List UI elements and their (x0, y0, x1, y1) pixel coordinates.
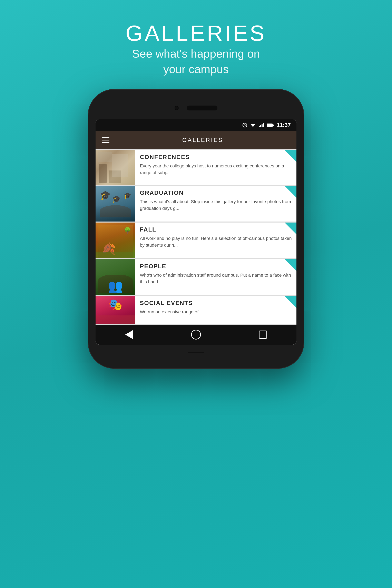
item-title: SOCIAL EVENTS (140, 300, 293, 306)
svg-line-1 (244, 124, 246, 126)
back-icon (125, 330, 133, 339)
recent-icon (259, 330, 267, 339)
item-title: CONFERENCES (140, 154, 293, 160)
item-title: PEOPLE (140, 263, 293, 270)
item-description: Every year the college plays host to num… (140, 162, 293, 176)
page-header: GALLERIES See what's happening on your c… (126, 20, 266, 77)
nav-home-button[interactable] (190, 328, 203, 341)
corner-accent (284, 296, 296, 308)
item-thumbnail: 🎓 🎓 🎓 (96, 186, 135, 222)
hamburger-menu-button[interactable] (102, 138, 110, 143)
svg-rect-9 (273, 124, 274, 126)
gallery-list: CONFERENCES Every year the college plays… (96, 149, 296, 324)
item-thumbnail: 🎭 (96, 296, 135, 324)
hamburger-line-1 (102, 138, 110, 138)
item-content: GRADUATION This is what it's all about! … (135, 186, 296, 222)
no-signal-icon (242, 123, 247, 128)
svg-rect-6 (263, 123, 264, 127)
status-bar: 11:37 (96, 119, 296, 131)
svg-rect-3 (259, 126, 260, 127)
item-content: FALL All work and no play is no fun! Her… (135, 222, 296, 258)
speaker-grille (187, 106, 218, 110)
svg-rect-4 (260, 125, 261, 127)
phone-top-bezel (96, 97, 296, 119)
page-background: GALLERIES See what's happening on your c… (0, 0, 392, 588)
item-description: This is what it's all about! Step inside… (140, 198, 293, 212)
item-description: Who's who of administration staff around… (140, 272, 293, 285)
item-content: PEOPLE Who's who of administration staff… (135, 259, 296, 295)
item-content: SOCIAL EVENTS We run an extensive range … (135, 296, 296, 324)
battery-icon (267, 123, 274, 127)
svg-rect-8 (267, 124, 272, 126)
list-item[interactable]: CONFERENCES Every year the college plays… (96, 150, 296, 185)
hamburger-line-2 (102, 140, 110, 140)
list-item[interactable]: 🍂 🌳 FALL All work and no play is no fun!… (96, 222, 296, 258)
corner-accent (284, 259, 296, 271)
nav-recent-button[interactable] (256, 328, 270, 341)
page-title: GALLERIES (126, 20, 266, 46)
item-thumbnail (96, 150, 135, 185)
corner-accent (284, 186, 296, 198)
nav-back-button[interactable] (122, 328, 136, 341)
item-description: All work and no play is no fun! Here's a… (140, 235, 293, 248)
list-item[interactable]: 🎓 🎓 🎓 GRADUATION This is what it's all a… (96, 186, 296, 222)
corner-accent (284, 150, 296, 162)
front-camera (174, 106, 179, 110)
page-subtitle: See what's happening on your campus (126, 46, 266, 77)
app-bar-title: GALLERIES (115, 137, 290, 143)
corner-accent (284, 222, 296, 234)
signal-icon (259, 123, 264, 127)
list-item[interactable]: 🎭 SOCIAL EVENTS We run an extensive rang… (96, 296, 296, 324)
app-bar: GALLERIES (96, 131, 296, 149)
status-time: 11:37 (277, 122, 291, 128)
item-title: GRADUATION (140, 190, 293, 196)
list-item[interactable]: 👥 PEOPLE Who's who of administration sta… (96, 259, 296, 295)
item-title: FALL (140, 226, 293, 233)
item-thumbnail: 🍂 🌳 (96, 222, 135, 258)
phone-bottom-bezel (96, 345, 296, 361)
item-description: We run an extensive range of... (140, 308, 293, 315)
home-icon (191, 330, 201, 340)
phone-frame: 11:37 GALLERIES (88, 89, 304, 369)
svg-marker-2 (250, 124, 256, 127)
hamburger-line-3 (102, 142, 110, 143)
item-content: CONFERENCES Every year the college plays… (135, 150, 296, 185)
svg-rect-5 (262, 124, 262, 127)
bottom-nav-bar (96, 324, 296, 345)
item-thumbnail: 👥 (96, 259, 135, 295)
wifi-icon (250, 123, 256, 128)
phone-screen: 11:37 GALLERIES (96, 119, 296, 345)
